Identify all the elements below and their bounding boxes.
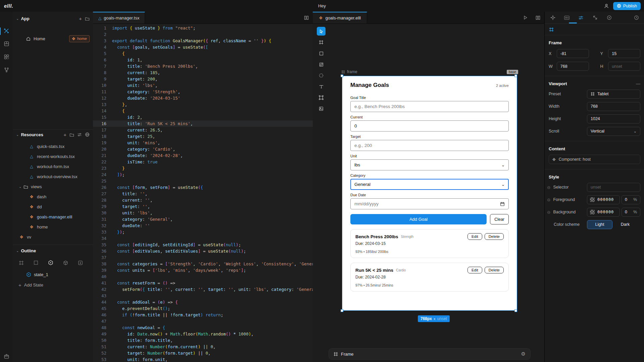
scroll-select[interactable]: Vertical ⌄ [587, 127, 640, 136]
code-line[interactable]: 19unit: 'mins', [93, 140, 313, 146]
circle-minus-icon[interactable]: ⊖ [547, 185, 550, 190]
heading-box-icon[interactable] [563, 12, 570, 23]
rectangle-tool[interactable] [317, 49, 326, 58]
design-palette-icon[interactable] [2, 40, 10, 48]
add-goal-button[interactable]: Add Goal [350, 214, 487, 224]
code-line[interactable]: 43 [93, 293, 313, 299]
code-line[interactable]: 13}, [93, 101, 313, 108]
code-line[interactable]: 4const [goals, setGoals] = useState([ [93, 44, 313, 50]
gear-icon[interactable]: ⚙ [521, 351, 526, 357]
h-input[interactable]: unset [608, 62, 640, 71]
code-line[interactable]: 48const newGoal = { [93, 324, 313, 331]
outline-section-header[interactable]: ⌄ Outline [13, 246, 93, 255]
scheme-dark-button[interactable]: Dark [612, 220, 638, 229]
code-line[interactable]: 7title: 'Bench Press 200lbs', [93, 63, 313, 69]
code-line[interactable]: 16title: 'Run 5K < 25 mins', [93, 120, 313, 127]
publish-button[interactable]: Publish [613, 2, 641, 10]
code-line[interactable]: 18target: 25, [93, 133, 313, 140]
tree-item-workout-form-tsx[interactable]: △workout-form.tsx [13, 161, 93, 171]
code-line[interactable]: 30unit: 'lbs', [93, 210, 313, 216]
canvas-frame[interactable]: Manage Goals 2 active Goal Titlee.g., Be… [342, 76, 517, 311]
frame-tag[interactable]: frame [341, 69, 357, 74]
code-line[interactable]: 8current: 185, [93, 69, 313, 76]
app-item-home[interactable]: Home ❖ home [13, 34, 93, 43]
globe-icon[interactable] [85, 132, 90, 137]
content-component-chip[interactable]: ❖ Component: host [549, 155, 640, 164]
field-category-select[interactable]: General⌄ [350, 179, 509, 190]
select-cursor-tool[interactable] [317, 27, 326, 36]
code-line[interactable]: 53unit: form.unit, [93, 356, 313, 362]
code-line[interactable]: 45e.preventDefault(); [93, 305, 313, 312]
package-box-icon[interactable] [2, 352, 10, 360]
delete-button[interactable]: Delete [485, 267, 504, 273]
home-route-badge[interactable]: ❖ home [69, 35, 90, 42]
filter-sliders-icon[interactable] [77, 133, 82, 137]
outline-state-item[interactable]: state_1 [13, 269, 93, 279]
code-line[interactable]: 50title: form.title, [93, 337, 313, 344]
code-line[interactable]: 21dueDate: '2024-02-28', [93, 152, 313, 159]
code-line[interactable]: 37 [93, 254, 313, 261]
new-folder-icon[interactable] [69, 133, 74, 137]
code-line[interactable]: 1import { useState } from "react"; [93, 25, 313, 31]
split-preview-icon[interactable] [532, 12, 544, 23]
selection-handle-br[interactable] [514, 309, 517, 312]
code-line[interactable]: 27title: '', [93, 191, 313, 197]
base-badge[interactable]: base [507, 70, 518, 74]
split-editor-icon[interactable] [300, 12, 313, 23]
frame-size-badge[interactable]: 768px x unset [418, 315, 450, 322]
tree-item-quick-stats-tsx[interactable]: △quick-stats.tsx [13, 141, 93, 151]
add-state-button[interactable]: + Add State [13, 280, 93, 290]
history-icon[interactable] [633, 12, 640, 23]
tab-goals-manager-tsx[interactable]: △ goals-manager.tsx [93, 12, 145, 23]
code-line[interactable]: 3export default function GoalsManager({ … [93, 38, 313, 44]
delete-button[interactable]: Delete [485, 233, 504, 240]
tree-item-home[interactable]: ❖home [13, 222, 93, 232]
code-line[interactable]: 41const resetForm = () => [93, 280, 313, 286]
code-line[interactable]: 33}); [93, 229, 313, 235]
code-line[interactable]: 49id: Date.now() + Math.floor(Math.rando… [93, 331, 313, 337]
apps-grid-icon[interactable] [2, 53, 10, 61]
ellipse-tool[interactable] [317, 71, 326, 80]
component-tool[interactable] [317, 93, 326, 102]
rect-outline-icon[interactable] [34, 260, 38, 265]
resize-arrow-icon[interactable] [592, 12, 598, 23]
app-section-header[interactable]: ⌄ App + [13, 14, 93, 23]
field-goal-title-input[interactable]: e.g., Bench Press 200lbs [350, 101, 509, 112]
code-line[interactable]: 46if (!form.title || !form.target) retur… [93, 312, 313, 318]
image-tool[interactable] [317, 104, 326, 113]
field-unit-select[interactable]: lbs⌄ [350, 159, 509, 170]
add-resource-icon[interactable]: + [63, 132, 66, 138]
foreground-opacity-input[interactable]: 0 % [622, 195, 640, 204]
branch-icon[interactable] [2, 66, 10, 74]
frame-tool[interactable] [317, 38, 326, 47]
scheme-light-button[interactable]: Light [587, 220, 612, 229]
code-line[interactable]: 24]); [93, 171, 313, 178]
properties-sliders-icon[interactable] [578, 12, 584, 23]
tab-goals-manager-elll[interactable]: ❖ goals-manager.elll [313, 12, 367, 23]
tree-item-dash[interactable]: ❖dash [13, 192, 93, 202]
text-tool[interactable] [317, 82, 326, 91]
circle-minus-icon[interactable]: ⊖ [547, 210, 550, 215]
code-line[interactable]: 29target: '', [93, 203, 313, 210]
edit-button[interactable]: Edit [467, 233, 482, 240]
foreground-color-input[interactable]: 000000 [587, 195, 620, 204]
x-input[interactable]: -81 [557, 49, 589, 58]
selector-input[interactable]: unset [587, 183, 640, 192]
fill-hatch-tool[interactable] [317, 60, 326, 69]
code-line[interactable]: 20category: 'Cardio', [93, 146, 313, 152]
code-line[interactable]: 9target: 200, [93, 76, 313, 82]
circle-minus-icon[interactable]: ⊖ [547, 197, 550, 202]
frame-outline-icon[interactable] [19, 260, 24, 265]
w-input[interactable]: 768 [557, 62, 589, 71]
code-line[interactable]: 25 [93, 178, 313, 184]
code-line[interactable]: 15id: 2, [93, 114, 313, 120]
state-hex-icon[interactable] [48, 260, 53, 265]
code-line[interactable]: 40 [93, 273, 313, 280]
code-area[interactable]: 1import { useState } from "react";23expo… [93, 23, 313, 362]
code-line[interactable]: 14{ [93, 108, 313, 114]
add-view-icon[interactable]: + [79, 16, 82, 21]
selection-handle-tl[interactable] [341, 74, 343, 77]
code-line[interactable]: 5{ [93, 50, 313, 57]
code-line[interactable]: 11category: 'Strength', [93, 89, 313, 95]
edit-button[interactable]: Edit [467, 267, 482, 273]
